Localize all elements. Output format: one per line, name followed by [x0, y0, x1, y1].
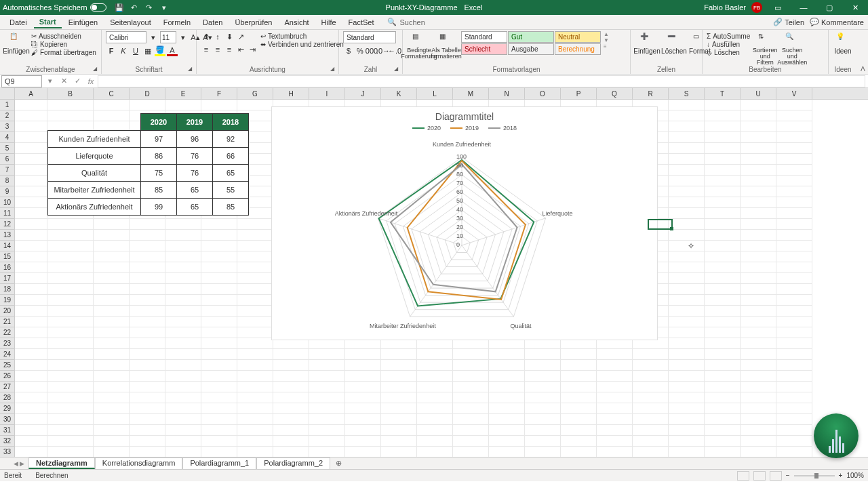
cell[interactable]	[201, 447, 237, 457]
cell[interactable]	[597, 436, 633, 447]
delete-cells-button[interactable]: ➖Löschen	[662, 31, 686, 55]
cell[interactable]	[633, 447, 669, 457]
cell[interactable]	[165, 262, 201, 273]
cell[interactable]	[741, 273, 776, 284]
row-header[interactable]: 23	[0, 338, 15, 349]
cell[interactable]	[669, 317, 705, 327]
cell[interactable]	[201, 306, 237, 317]
cell[interactable]	[705, 371, 741, 382]
cell[interactable]	[741, 230, 776, 241]
autosum-button[interactable]: Σ AutoSumme	[707, 33, 750, 40]
cell[interactable]	[776, 176, 812, 186]
cell[interactable]	[776, 219, 812, 230]
cell[interactable]	[705, 251, 741, 262]
cell[interactable]	[561, 371, 597, 382]
orientation-icon[interactable]: ↗	[235, 31, 246, 42]
cell[interactable]	[417, 403, 453, 414]
bold-button[interactable]: F	[106, 45, 117, 56]
cell[interactable]	[273, 392, 309, 403]
cell[interactable]	[705, 262, 741, 273]
cell[interactable]	[776, 447, 812, 457]
cell[interactable]	[633, 403, 669, 414]
cell[interactable]	[489, 425, 525, 436]
cell[interactable]	[47, 100, 94, 110]
cell[interactable]	[669, 295, 705, 306]
legend-item[interactable]: 2019	[450, 125, 479, 131]
row-header[interactable]: 32	[0, 436, 15, 447]
cell[interactable]	[15, 132, 47, 143]
column-header[interactable]: T	[705, 88, 741, 99]
table-cell[interactable]: 65	[177, 199, 213, 216]
cell[interactable]	[741, 176, 776, 186]
cell[interactable]	[669, 208, 705, 219]
cell[interactable]	[741, 262, 776, 273]
dialog-launcher-icon[interactable]: ◢	[93, 66, 100, 73]
cell[interactable]	[381, 425, 417, 436]
sheet-tab[interactable]: Korrelationsdiagramm	[95, 458, 183, 469]
column-header[interactable]: Q	[597, 88, 633, 99]
cell[interactable]	[15, 317, 47, 327]
cell[interactable]	[165, 403, 201, 414]
cell[interactable]	[345, 425, 381, 436]
align-center-icon[interactable]: ≡	[212, 44, 223, 55]
cell[interactable]	[94, 338, 130, 349]
column-header[interactable]: N	[489, 88, 525, 99]
cell[interactable]	[741, 306, 776, 317]
cell[interactable]	[201, 295, 237, 306]
cell[interactable]	[705, 360, 741, 371]
cell[interactable]	[201, 100, 237, 110]
styles-scroll-down-icon[interactable]: ▼	[604, 37, 609, 43]
cell[interactable]	[130, 295, 165, 306]
conditional-format-button[interactable]: ▤Bedingte Formatierung	[407, 31, 431, 60]
cell[interactable]	[47, 251, 94, 262]
cell[interactable]	[237, 382, 273, 392]
table-cell[interactable]: 65	[177, 182, 213, 199]
cell[interactable]	[165, 447, 201, 457]
cell[interactable]	[201, 251, 237, 262]
table-cell[interactable]: 66	[213, 148, 249, 165]
cell[interactable]	[15, 403, 47, 414]
cell[interactable]	[15, 371, 47, 382]
cell[interactable]	[201, 436, 237, 447]
cell[interactable]	[417, 425, 453, 436]
cell[interactable]	[201, 327, 237, 338]
fx-icon[interactable]: fx	[84, 77, 98, 85]
name-box[interactable]: Q9	[1, 75, 42, 87]
cell[interactable]	[633, 425, 669, 436]
column-header[interactable]: P	[561, 88, 597, 99]
cell[interactable]	[705, 317, 741, 327]
cell[interactable]	[345, 447, 381, 457]
cell[interactable]	[201, 338, 237, 349]
cell[interactable]	[776, 273, 812, 284]
cell[interactable]	[201, 241, 237, 251]
cell[interactable]	[561, 382, 597, 392]
cell[interactable]	[669, 143, 705, 154]
dialog-launcher-icon[interactable]: ◢	[188, 66, 195, 73]
cell[interactable]	[741, 165, 776, 176]
clear-button[interactable]: ◇ Löschen	[707, 49, 750, 56]
cell[interactable]	[776, 317, 812, 327]
merge-center-button[interactable]: ⬌ Verbinden und zentrieren	[260, 41, 344, 48]
cell[interactable]	[741, 208, 776, 219]
cell[interactable]	[94, 295, 130, 306]
qat-more-icon[interactable]: ▾	[159, 3, 169, 12]
cell[interactable]	[237, 273, 273, 284]
cell[interactable]	[669, 273, 705, 284]
cell[interactable]	[273, 403, 309, 414]
cell[interactable]	[561, 436, 597, 447]
cell[interactable]	[561, 425, 597, 436]
cell[interactable]	[237, 371, 273, 382]
cell[interactable]	[489, 349, 525, 360]
find-select-button[interactable]: 🔍Suchen und Auswählen	[780, 31, 804, 66]
cell[interactable]	[15, 414, 47, 425]
cell[interactable]	[633, 360, 669, 371]
cell[interactable]	[15, 392, 47, 403]
cell[interactable]	[130, 317, 165, 327]
insert-cells-button[interactable]: ➕Einfügen	[635, 31, 659, 55]
column-header[interactable]: R	[633, 88, 669, 99]
cell[interactable]	[776, 403, 812, 414]
cell[interactable]	[489, 360, 525, 371]
cell[interactable]	[47, 284, 94, 295]
cell[interactable]	[15, 327, 47, 338]
underline-button[interactable]: U	[130, 45, 141, 56]
